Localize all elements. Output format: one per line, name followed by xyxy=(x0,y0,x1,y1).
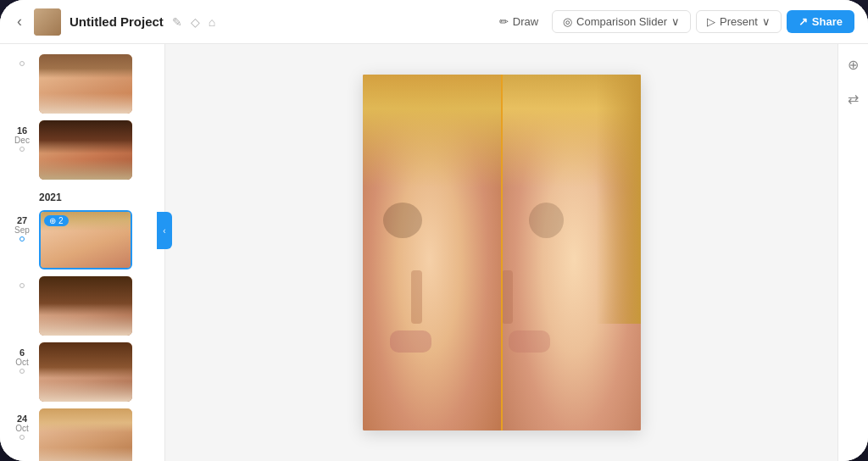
draw-icon: ✏ xyxy=(499,15,509,28)
thumb-image[interactable] xyxy=(39,120,132,180)
list-item[interactable] xyxy=(0,273,164,339)
app-window: ‹ Untitled Project ✎ ◇ ⌂ ✏ Draw ◎ Compar… xyxy=(0,0,868,461)
date-month: Oct xyxy=(15,358,29,367)
draw-button[interactable]: ✏ Draw xyxy=(491,11,547,32)
date-label: 6 Oct xyxy=(10,342,34,374)
thumbnail-container xyxy=(39,342,154,402)
right-panel: ⊕ ⇄ xyxy=(837,44,868,461)
present-icon: ▷ xyxy=(707,15,715,28)
edit-icon[interactable]: ✎ xyxy=(172,15,182,29)
date-day: 24 xyxy=(17,414,27,424)
thumb-image[interactable] xyxy=(39,408,132,461)
date-label xyxy=(10,276,34,288)
date-day: 16 xyxy=(17,125,27,136)
project-title: Untitled Project xyxy=(70,14,164,29)
list-item[interactable]: 16 Dec xyxy=(0,117,164,183)
list-item[interactable] xyxy=(0,51,164,117)
year-label: 2021 xyxy=(0,183,164,207)
date-label: 16 Dec xyxy=(10,120,34,152)
face-before xyxy=(363,75,502,430)
list-item[interactable]: 24 Oct xyxy=(0,405,164,461)
main-canvas[interactable] xyxy=(165,44,837,461)
thumb-image[interactable] xyxy=(39,342,132,402)
collapse-icon: ‹ xyxy=(163,226,165,236)
compare-button[interactable]: ⇄ xyxy=(843,88,864,108)
present-button[interactable]: ▷ Present ∨ xyxy=(696,10,782,33)
comparison-icon: ◎ xyxy=(563,15,572,28)
thumbnail-container: ⊕ 2 xyxy=(39,210,154,269)
list-item[interactable]: 6 Oct xyxy=(0,339,164,405)
thumb-image[interactable] xyxy=(39,276,132,336)
date-label xyxy=(10,54,34,66)
date-label: 24 Oct xyxy=(10,408,34,440)
share-icon: ↗ xyxy=(798,15,808,28)
share-button[interactable]: ↗ Share xyxy=(787,10,854,33)
sidebar: 16 Dec 2 xyxy=(0,44,165,461)
thumbnail-container xyxy=(39,120,154,180)
thumb-badge: ⊕ 2 xyxy=(44,215,69,226)
present-chevron-icon: ∨ xyxy=(762,15,771,28)
sidebar-collapse-handle[interactable]: ‹ xyxy=(157,212,172,249)
compare-icon: ⇄ xyxy=(848,91,859,107)
thumbnail-container xyxy=(39,408,154,461)
bookmark-icon[interactable]: ◇ xyxy=(191,15,200,29)
header-left: ‹ Untitled Project ✎ ◇ ⌂ xyxy=(14,8,482,36)
thumbnail-container xyxy=(39,54,154,114)
body: 16 Dec 2 xyxy=(0,44,868,461)
header-center: ✏ Draw ◎ Comparison Slider ∨ ▷ Present ∨… xyxy=(491,10,854,33)
date-month: Sep xyxy=(14,225,30,235)
list-item[interactable]: 27 Sep ⊕ 2 xyxy=(0,207,164,273)
date-month: Dec xyxy=(14,136,30,145)
folder-icon[interactable]: ⌂ xyxy=(209,15,215,29)
comparison-image xyxy=(363,75,641,430)
date-day: 27 xyxy=(17,215,27,225)
comparison-slider-line[interactable] xyxy=(501,75,503,430)
date-month: Oct xyxy=(15,424,29,433)
thumb-image[interactable]: ⊕ 2 xyxy=(39,210,132,269)
date-label: 27 Sep xyxy=(10,210,34,242)
face-after xyxy=(502,75,641,430)
present-label: Present xyxy=(720,15,758,28)
zoom-button[interactable]: ⊕ xyxy=(843,54,864,75)
date-day: 6 xyxy=(19,347,25,358)
draw-label: Draw xyxy=(513,15,538,28)
back-button[interactable]: ‹ xyxy=(14,9,25,34)
comparison-chevron-icon: ∨ xyxy=(671,15,680,28)
comparison-slider-button[interactable]: ◎ Comparison Slider ∨ xyxy=(552,10,691,33)
thumb-image[interactable] xyxy=(39,54,132,114)
comparison-label: Comparison Slider xyxy=(576,15,667,28)
thumbnail-container xyxy=(39,276,154,336)
share-label: Share xyxy=(812,15,843,28)
zoom-icon: ⊕ xyxy=(848,57,859,73)
header: ‹ Untitled Project ✎ ◇ ⌂ ✏ Draw ◎ Compar… xyxy=(0,0,868,44)
project-thumbnail xyxy=(34,8,61,36)
device-frame: ‹ Untitled Project ✎ ◇ ⌂ ✏ Draw ◎ Compar… xyxy=(0,0,868,461)
